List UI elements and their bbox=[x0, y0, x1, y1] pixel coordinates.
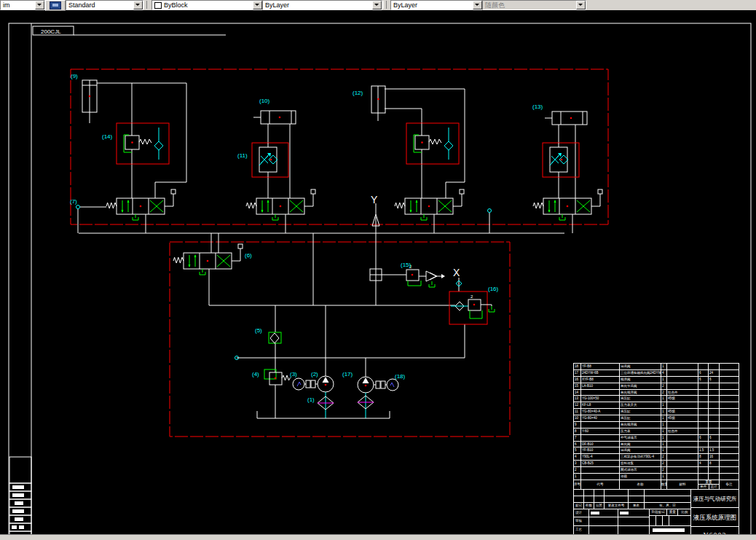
bom-cell: DF-B10 bbox=[581, 442, 620, 447]
bom-cell: 齿轮油泵 bbox=[620, 461, 661, 466]
status-bar-strip bbox=[0, 534, 756, 540]
bom-cell: 1 bbox=[661, 474, 667, 480]
bom-cell bbox=[709, 474, 720, 480]
bom-cell: 24 bbox=[709, 370, 720, 376]
bom-cell: 1 bbox=[661, 402, 667, 408]
bom-cell: 45钢 bbox=[667, 396, 698, 402]
bom-row: 2网式滤油器2 bbox=[574, 467, 739, 474]
bom-cell bbox=[698, 383, 709, 389]
bom-cell bbox=[698, 364, 709, 369]
bom-cell bbox=[698, 402, 709, 408]
dropdown-arrow-icon[interactable] bbox=[372, 1, 382, 9]
top-toolbar: im Standard ByBlock ByLayer ByLayer 随颜色 bbox=[0, 0, 756, 10]
bom-cell: 单向节流阀 bbox=[620, 383, 661, 389]
toolbar-grip[interactable] bbox=[383, 1, 387, 9]
organization-name: 液压与气动研究所 bbox=[691, 490, 739, 508]
bom-cell bbox=[720, 415, 739, 421]
directional-valve-2 bbox=[246, 189, 315, 220]
svg-text:(16): (16) bbox=[488, 286, 499, 292]
bom-cell bbox=[720, 383, 739, 389]
linetype-control-combo[interactable]: ByLayer bbox=[262, 0, 382, 10]
bom-row: 16XYF-B8顺序阀166 bbox=[574, 377, 739, 383]
bom-header-name: 名称 bbox=[620, 480, 661, 489]
bom-cell bbox=[698, 442, 709, 447]
pilot-y-symbol: Y bbox=[371, 194, 379, 269]
bom-row: 5YF-B10溢流阀11.51.5 bbox=[574, 447, 739, 454]
bom-cell: YG-80×40-A bbox=[581, 409, 620, 415]
bom-cell: 1 bbox=[661, 364, 667, 369]
bom-cell bbox=[698, 467, 709, 473]
svg-text:(12): (12) bbox=[353, 90, 363, 96]
bom-cell: 45钢 bbox=[667, 409, 698, 415]
bom-cell: 2 bbox=[574, 467, 581, 473]
bom-cell: 油箱 bbox=[620, 474, 661, 480]
bom-cell bbox=[720, 429, 739, 434]
bom-cell: 1 bbox=[574, 474, 581, 480]
dim-style-combo[interactable]: im bbox=[0, 0, 45, 10]
bom-cell: LA-B10 bbox=[581, 383, 620, 389]
bom-cell bbox=[667, 461, 698, 466]
bom-cell: 6 bbox=[709, 435, 720, 441]
bom-cell bbox=[581, 435, 620, 441]
bom-header-qty: 数量 bbox=[661, 480, 667, 489]
svg-text:(6): (6) bbox=[245, 252, 252, 259]
bom-cell: 24DYW-6B bbox=[581, 370, 620, 376]
bom-cell: 单向顺序阀 bbox=[620, 422, 661, 428]
bom-row: 11YG-80×40-A液压缸145钢 bbox=[574, 409, 739, 415]
svg-text:(11): (11) bbox=[237, 152, 248, 159]
bom-cell bbox=[667, 467, 698, 473]
bom-cell: 溢流阀 bbox=[620, 364, 661, 369]
bom-cell: 1 bbox=[661, 409, 667, 415]
signature-block: 标记 处数 分区 更改文件号 签名 年、月、日 设计 审核 工艺 批准 阶段标记… bbox=[573, 490, 739, 540]
bom-cell: 1 bbox=[661, 396, 667, 402]
bom-cell: 3 bbox=[574, 461, 581, 466]
bom-cell bbox=[709, 390, 720, 396]
bom-cell bbox=[720, 402, 739, 408]
bom-cell: 6 bbox=[698, 377, 709, 383]
bom-row: 9单向顺序阀1 bbox=[574, 422, 739, 429]
bom-cell bbox=[720, 390, 739, 396]
bom-cell: 单向顺序阀 bbox=[620, 390, 661, 396]
dropdown-arrow-icon[interactable] bbox=[133, 1, 143, 9]
bom-cell bbox=[667, 383, 698, 389]
bom-cell bbox=[709, 415, 720, 421]
bom-row: 13YG-100×50液压缸145钢 bbox=[574, 396, 739, 402]
bom-cell bbox=[581, 474, 620, 480]
sheet-count-bar bbox=[653, 528, 685, 532]
lineweight-control-combo[interactable]: ByLayer bbox=[390, 0, 483, 10]
bom-cell bbox=[709, 429, 720, 434]
color-control-combo[interactable]: ByBlock bbox=[151, 0, 263, 10]
bom-cell bbox=[709, 383, 720, 389]
directional-valve-4 bbox=[533, 189, 602, 220]
bom-cell: 组合件 bbox=[667, 390, 698, 396]
bom-cell bbox=[698, 415, 709, 421]
svg-text:(5): (5) bbox=[255, 327, 262, 334]
text-style-combo[interactable]: Standard bbox=[66, 0, 143, 10]
bom-cell bbox=[667, 402, 698, 408]
bom-cell bbox=[667, 364, 698, 369]
dropdown-arrow-icon bbox=[576, 1, 586, 9]
pump-motor-set-right bbox=[358, 358, 398, 418]
bom-cell: 8 bbox=[709, 461, 720, 466]
svg-text:(2): (2) bbox=[311, 371, 318, 377]
toolbar-grip[interactable] bbox=[143, 1, 147, 9]
bom-cell bbox=[698, 429, 709, 434]
bom-cell: 6 bbox=[698, 370, 709, 376]
svg-text:X: X bbox=[453, 267, 460, 278]
bom-cell: 10 bbox=[574, 415, 581, 421]
dropdown-arrow-icon[interactable] bbox=[473, 1, 482, 9]
bom-row: 3CB-B25齿轮油泵248 bbox=[574, 461, 739, 467]
bom-row: 18YF-B8溢流阀1 bbox=[574, 364, 739, 370]
bom-cell: 1.5 bbox=[698, 447, 709, 453]
bom-cell: XYF-B8 bbox=[581, 377, 620, 383]
svg-text:(17): (17) bbox=[342, 371, 353, 377]
style-manager-button[interactable] bbox=[45, 0, 66, 11]
bom-cell bbox=[581, 422, 620, 428]
relief-valve-16: 2 bbox=[449, 291, 495, 324]
bom-cell: 1 bbox=[661, 447, 667, 453]
bom-cell bbox=[720, 364, 739, 369]
dropdown-arrow-icon[interactable] bbox=[35, 1, 44, 9]
bom-header-no: 序号 bbox=[574, 480, 581, 489]
dropdown-arrow-icon[interactable] bbox=[253, 1, 262, 9]
text-style-value: Standard bbox=[68, 1, 95, 9]
